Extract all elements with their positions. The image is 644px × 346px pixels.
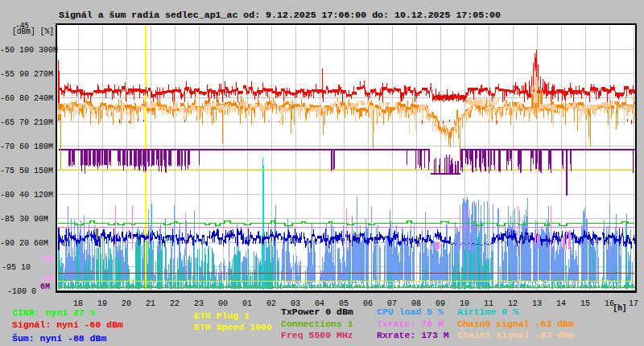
- svg-text:-85 30 90M: -85 30 90M: [0, 215, 48, 224]
- svg-text:01: 01: [242, 299, 252, 308]
- svg-text:-100 0: -100 0: [7, 287, 36, 296]
- svg-text:ETH Speed 1000: ETH Speed 1000: [194, 322, 272, 332]
- svg-text:-65 70 210M: -65 70 210M: [0, 118, 53, 127]
- svg-text:Freq 5500 MHz: Freq 5500 MHz: [281, 330, 353, 340]
- svg-text:-50 100 300M: -50 100 300M: [0, 46, 58, 55]
- svg-text:-80 40 120M: -80 40 120M: [0, 191, 53, 200]
- svg-text:Airtime 0 %: Airtime 0 %: [457, 307, 518, 317]
- svg-text:Chain1 signal -63 dBm: Chain1 signal -63 dBm: [457, 330, 574, 340]
- svg-text:-60 80 240M: -60 80 240M: [0, 94, 53, 103]
- svg-text:00: 00: [218, 299, 228, 308]
- svg-text:Connections 1: Connections 1: [281, 319, 353, 329]
- svg-text:[dBm] [%]: [dBm] [%]: [12, 27, 54, 36]
- svg-text:-90 20 60M: -90 20 60M: [0, 239, 48, 248]
- svg-text:[h]: [h]: [613, 303, 627, 313]
- svg-text:13: 13: [532, 299, 542, 308]
- svg-text:19: 19: [97, 299, 107, 308]
- svg-text:06: 06: [363, 299, 373, 308]
- svg-text:CPU load 5 %: CPU load 5 %: [377, 307, 444, 317]
- svg-text:39M: 39M: [40, 255, 54, 264]
- svg-text:14: 14: [556, 299, 566, 308]
- svg-text:ETH Plug 1: ETH Plug 1: [194, 311, 250, 321]
- svg-text:CINR: nyní 27 %: CINR: nyní 27 %: [12, 307, 96, 318]
- svg-text:-70 60 180M: -70 60 180M: [0, 142, 53, 151]
- svg-text:Šum: nyní -88 dBm: Šum: nyní -88 dBm: [12, 333, 106, 344]
- svg-text:22: 22: [170, 299, 180, 308]
- svg-text:Signál a šum radia sedlec_ap1_: Signál a šum radia sedlec_ap1_ac od: 9.1…: [59, 10, 501, 20]
- svg-text:15: 15: [580, 299, 590, 308]
- svg-text:21: 21: [146, 299, 155, 308]
- svg-text:17: 17: [629, 299, 638, 308]
- svg-text:TxPower 0 dBm: TxPower 0 dBm: [281, 307, 353, 317]
- svg-text:-95 10: -95 10: [2, 263, 31, 272]
- svg-text:Rxrate: 173 M: Rxrate: 173 M: [377, 330, 449, 340]
- svg-text:6M: 6M: [40, 282, 50, 291]
- svg-text:20: 20: [122, 299, 131, 308]
- svg-text:Txrate: 78 M: Txrate: 78 M: [377, 319, 444, 329]
- svg-text:02: 02: [266, 299, 276, 308]
- svg-text:-75 50 150M: -75 50 150M: [0, 167, 53, 175]
- svg-text:-55 90 270M: -55 90 270M: [0, 70, 53, 79]
- svg-text:23: 23: [194, 299, 204, 308]
- svg-text:Chain0 signal -63 dBm: Chain0 signal -63 dBm: [457, 319, 574, 329]
- svg-text:Signál: nyní -60 dBm: Signál: nyní -60 dBm: [12, 319, 123, 330]
